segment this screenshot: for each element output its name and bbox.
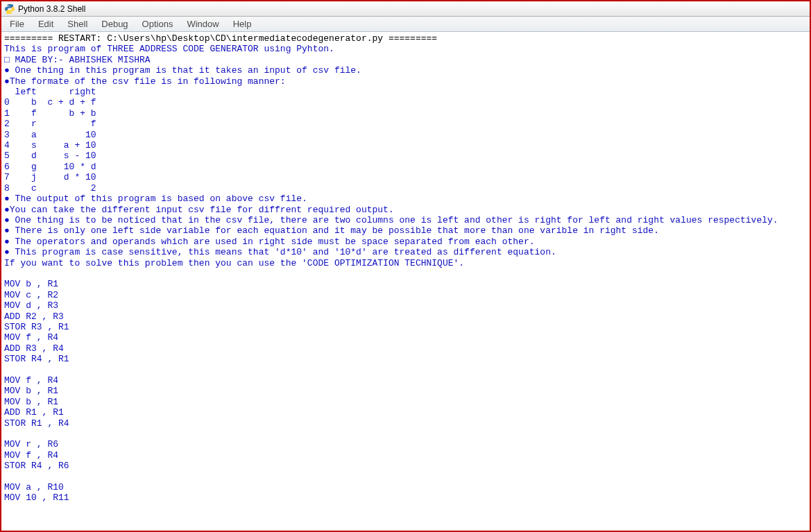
menu-help[interactable]: Help — [226, 17, 259, 31]
output-line: If you want to solve this problem then y… — [4, 258, 807, 268]
output-line: ● There is only one left side variable f… — [4, 225, 807, 236]
output-line: MOV b , R1 — [4, 386, 807, 396]
menu-edit[interactable]: Edit — [31, 17, 60, 31]
svg-point-1 — [11, 12, 12, 12]
output-line: ========= RESTART: C:\Users\hp\Desktop\C… — [4, 33, 807, 44]
shell-output[interactable]: ========= RESTART: C:\Users\hp\Desktop\C… — [1, 32, 810, 531]
output-line: ADD R1 , R1 — [4, 407, 807, 418]
output-line: ● The output of this program is based on… — [4, 194, 807, 204]
output-line: 3 a 10 — [4, 130, 807, 140]
output-line: ●You can take the different input csv fi… — [4, 205, 807, 215]
menubar: File Edit Shell Debug Options Window Hel… — [1, 17, 810, 32]
menu-options[interactable]: Options — [135, 17, 180, 31]
output-line: 2 r f — [4, 119, 807, 129]
output-line: □ MADE BY:- ABHISHEK MISHRA — [4, 55, 807, 65]
output-line: MOV f , R4 — [4, 450, 807, 461]
output-line: MOV b , R1 — [4, 397, 807, 407]
output-line: ●The formate of the csv file is in follo… — [4, 76, 807, 87]
titlebar: Python 3.8.2 Shell — [1, 1, 810, 17]
output-line — [4, 472, 807, 482]
output-line: 4 s a + 10 — [4, 140, 807, 151]
output-line: 5 d s - 10 — [4, 151, 807, 161]
menu-file[interactable]: File — [3, 17, 31, 31]
output-line: ● One thing is to be noticed that in the… — [4, 215, 807, 225]
output-line: ADD R3 , R4 — [4, 343, 807, 354]
output-line: STOR R1 , R4 — [4, 418, 807, 429]
output-line: 8 c 2 — [4, 183, 807, 194]
output-line: STOR R3 , R1 — [4, 322, 807, 332]
output-line: MOV f , R4 — [4, 332, 807, 343]
output-line: 1 f b + b — [4, 108, 807, 119]
output-line: MOV c , R2 — [4, 290, 807, 300]
output-line: ADD R2 , R3 — [4, 311, 807, 322]
menu-debug[interactable]: Debug — [94, 17, 135, 31]
output-line: 6 g 10 * d — [4, 162, 807, 172]
output-line: MOV f , R4 — [4, 375, 807, 386]
output-line: MOV d , R3 — [4, 300, 807, 311]
python-shell-window: Python 3.8.2 Shell File Edit Shell Debug… — [0, 0, 811, 532]
menu-window[interactable]: Window — [180, 17, 225, 31]
output-line: This is program of THREE ADDRESS CODE GE… — [4, 44, 807, 54]
output-line: ● This program is case sensitive, this m… — [4, 247, 807, 257]
output-line: MOV 10 , R11 — [4, 492, 807, 503]
output-line: MOV b , R1 — [4, 279, 807, 289]
output-line: 0 b c + d + f — [4, 97, 807, 108]
output-line: MOV a , R10 — [4, 482, 807, 492]
output-line: ● The operators and operands which are u… — [4, 237, 807, 247]
python-icon — [4, 3, 15, 15]
window-title: Python 3.8.2 Shell — [18, 4, 85, 14]
svg-point-0 — [8, 5, 8, 6]
output-line — [4, 268, 807, 279]
output-line: STOR R4 , R6 — [4, 461, 807, 471]
menu-shell[interactable]: Shell — [60, 17, 94, 31]
output-line: 7 j d * 10 — [4, 172, 807, 182]
output-line: ● One thing in this program is that it t… — [4, 65, 807, 76]
output-line — [4, 429, 807, 439]
output-line: STOR R4 , R1 — [4, 354, 807, 364]
output-line: MOV r , R6 — [4, 439, 807, 449]
output-line — [4, 365, 807, 375]
output-line: left right — [4, 87, 807, 97]
